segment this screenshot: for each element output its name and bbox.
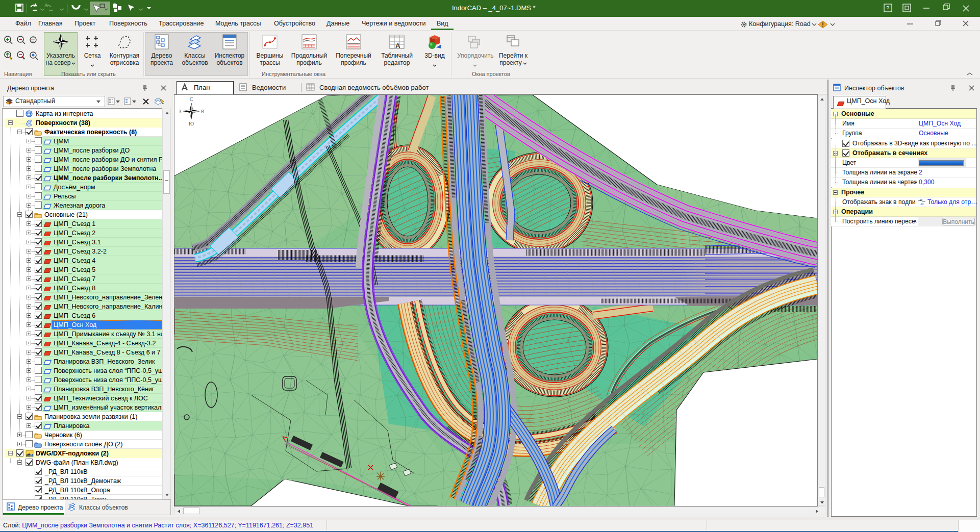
svg-text:?: ? <box>886 5 889 11</box>
svg-text:В: В <box>201 109 205 114</box>
svg-text:С: С <box>190 96 193 102</box>
svg-text:DWG: DWG <box>27 455 32 457</box>
svg-text:А: А <box>395 42 400 49</box>
svg-text:-10: -10 <box>919 198 922 201</box>
svg-text:З: З <box>179 109 181 114</box>
svg-text:Ю: Ю <box>189 121 194 126</box>
svg-text:-10: -10 <box>920 202 923 206</box>
